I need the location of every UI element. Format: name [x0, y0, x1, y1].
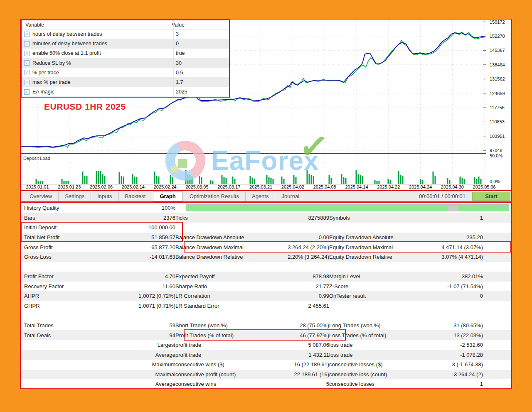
param-value[interactable]: 0 [176, 41, 179, 47]
stats-row: AHPR1.0072 (0.72%)LR Correlation0.99OnTe… [21, 291, 511, 301]
param-value[interactable]: true [176, 50, 185, 56]
stats-cell: 22 189.61 (16) [276, 371, 329, 378]
x-axis-tick: 2025.03.17 [217, 184, 240, 189]
checkbox-checked-icon[interactable]: ✓ [24, 70, 30, 75]
stats-cell: 1 [414, 381, 483, 387]
stats-row: Total Deals94Profit Trades (% of total)4… [21, 330, 511, 340]
stats-cell: Equity Drawdown Absolute [329, 234, 414, 240]
checkbox-checked-icon[interactable]: ✓ [24, 80, 30, 85]
graph-panel: Deposit Load 159172152270145367138464131… [20, 19, 512, 191]
stats-cell: Loss Trades (% of total) [329, 332, 414, 338]
stats-cell: 0.99 [276, 293, 329, 299]
param-value[interactable]: 0.5 [176, 70, 183, 76]
page: { "colors": { "frame_orange": "#f7941d",… [0, 0, 532, 412]
stats-cell: 4 471.14 (3.07%) [414, 244, 483, 250]
x-axis-tick: 2025.03.05 [185, 184, 208, 189]
y-axis-tick: 131562 [490, 76, 505, 81]
stats-cell: consecutive losses [329, 381, 414, 387]
stats-cell: 2 455.61 [276, 303, 329, 309]
param-label: minutes of delay between trades [32, 41, 172, 47]
params-header-row: Variable Value [22, 20, 229, 29]
checkbox-checked-icon[interactable]: ✓ [24, 51, 30, 56]
param-label: Reduce SL by % [32, 60, 172, 66]
stats-row: Total Trades59Short Trades (won %)28 (75… [21, 321, 511, 331]
start-button[interactable]: Start [472, 192, 510, 201]
stats-cell: -1 078.28 [414, 352, 483, 358]
stats-cell: Total Trades [21, 322, 100, 329]
checkbox-checked-icon[interactable]: ✓ [24, 89, 30, 95]
backtest-results-panel: History Quality100%Bars2376Ticks8275889S… [20, 202, 512, 389]
x-axis-tick: 2025.05.06 [473, 184, 496, 189]
stats-cell: Balance Drawdown Relative [175, 254, 276, 260]
param-row: ✓% per trace0.5 [22, 68, 229, 78]
tab-optimization-results[interactable]: Optimization Results [183, 192, 246, 201]
params-rows: ✓hours of delay between trades3✓minutes … [22, 29, 229, 97]
tab-graph[interactable]: Graph [153, 191, 182, 201]
tab-agents[interactable]: Agents [246, 192, 275, 201]
stats-cell: Profit Trades (% of total) [175, 332, 276, 338]
param-label: max % per trade [32, 79, 172, 85]
tab-backtest[interactable]: Backtest [119, 192, 153, 201]
param-label: hours of delay between trades [32, 31, 172, 37]
stats-cell: 1 432.11 [276, 352, 329, 358]
y-axis-tick: 138464 [490, 62, 505, 67]
x-axis-tick: 2025.01.01 [26, 184, 49, 189]
y-axis-tick: 103951 [490, 134, 505, 139]
stats-cell: Initial Deposit [21, 224, 100, 231]
progress-bar-notch [448, 205, 458, 211]
checkbox-checked-icon[interactable]: ✓ [24, 32, 30, 37]
tester-tab-bar: OverviewSettingsInputsBacktestGraphOptim… [20, 191, 512, 202]
x-axis-tick: 2025.03.21 [249, 184, 272, 189]
x-axis-labels: 2025.01.012025.01.232025.02.062025.02.14… [21, 184, 486, 191]
stats-row: History Quality100% [21, 203, 511, 213]
param-value[interactable]: 2025 [176, 89, 187, 95]
param-row: ✓Reduce SL by %30 [22, 59, 229, 68]
stats-row [21, 262, 511, 272]
stats-rows: History Quality100%Bars2376Ticks8275889S… [21, 203, 511, 389]
stats-cell: Sharpe Ratio [175, 283, 276, 289]
stats-cell: -14 017.63 [100, 254, 175, 260]
checkbox-checked-icon[interactable]: ✓ [24, 41, 30, 47]
stats-cell: 8275889 [276, 215, 329, 221]
stats-cell: -2 532.60 [414, 342, 483, 348]
stats-cell: 65 877.20 [100, 244, 175, 250]
stats-cell: Long Trades (won %) [329, 322, 414, 329]
tab-inputs[interactable]: Inputs [91, 192, 118, 201]
stats-row: Recovery Factor11.60Sharpe Ratio21.77Z-S… [21, 282, 511, 292]
stats-cell: 94 [100, 332, 175, 338]
stats-cell: 5 [276, 381, 329, 387]
stats-cell: 11.60 [100, 283, 175, 289]
stats-row: Averageconsecutive wins5consecutive loss… [21, 379, 511, 389]
param-value[interactable]: 1.7 [176, 79, 183, 85]
stats-cell: OnTester result [329, 293, 414, 299]
tab-journal[interactable]: Journal [275, 192, 305, 201]
param-label: enable 50% close at 1:1 profit [32, 50, 172, 56]
tab-overview[interactable]: Overview [23, 192, 59, 201]
stats-cell: AHPR [21, 293, 100, 299]
param-value[interactable]: 30 [176, 60, 182, 66]
stats-cell: consecutive loss (count) [329, 371, 414, 378]
stats-row: Gross Profit65 877.20Balance Drawdown Ma… [21, 242, 511, 252]
param-label: % per trace [32, 70, 172, 76]
stats-cell: 100% [100, 205, 175, 211]
y-axis-tick: 145367 [490, 48, 505, 53]
checkbox-checked-icon[interactable]: ✓ [24, 60, 30, 66]
stats-cell: profit trade [175, 342, 276, 348]
x-axis-tick: 2025.04.14 [345, 184, 368, 189]
stats-cell: Balance Drawdown Absolute [175, 234, 276, 240]
param-value[interactable]: 3 [176, 31, 179, 37]
stats-cell: Symbols [329, 215, 414, 221]
param-row: ✓minutes of delay between trades0 [22, 39, 229, 49]
stats-cell: 46 (77.97%) [276, 332, 329, 338]
x-axis-tick: 2025.04.08 [313, 184, 336, 189]
stats-cell: Ticks [175, 215, 276, 221]
tab-settings[interactable]: Settings [59, 192, 91, 201]
stats-row [21, 311, 511, 321]
x-axis-tick: 2025.04.30 [441, 184, 464, 189]
stats-cell: Z-Score [329, 283, 414, 289]
param-row: ✓EA magic2025 [22, 87, 229, 97]
stats-cell: 382.01% [414, 273, 483, 280]
stats-cell: GHPR [21, 303, 100, 309]
stats-cell: 4.70 [100, 273, 175, 280]
history-quality-progress-bar [186, 204, 509, 211]
